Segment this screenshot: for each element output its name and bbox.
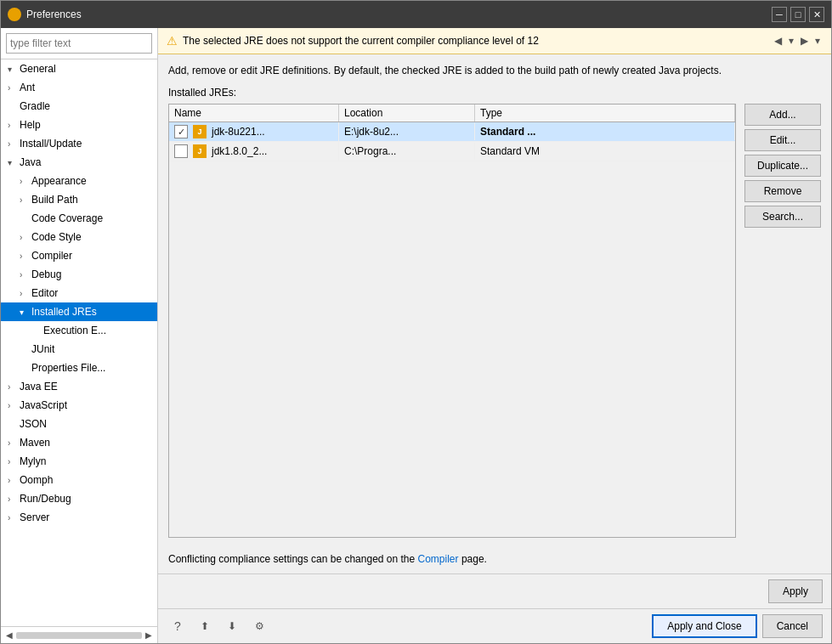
jre-icon-0 [193,125,207,138]
bottom-bar: Apply ? ⬆ ⬇ ⚙ Apply and Close Cancel [158,573,831,643]
cancel-button[interactable]: Cancel [762,614,823,638]
apply-and-close-button[interactable]: Apply and Close [652,614,756,638]
sidebar-item-install-update[interactable]: ›Install/Update [1,134,157,153]
sidebar-label-json: JSON [20,418,47,430]
sidebar-item-execution-env[interactable]: Execution E... [1,321,157,340]
sidebar-item-appearance[interactable]: ›Appearance [1,172,157,190]
expand-icon-build-path: › [20,195,28,205]
sidebar-item-installed-jres[interactable]: ▾Installed JREs [1,302,157,321]
sidebar-item-general[interactable]: ▾General [1,59,157,78]
sidebar-label-mylyn: Mylyn [20,455,46,467]
close-button[interactable]: ✕ [809,7,824,22]
sidebar-label-general: General [20,63,56,75]
maximize-button[interactable]: □ [790,7,806,22]
jre-checkbox-1[interactable] [174,144,188,158]
help-button[interactable]: ? [167,615,189,637]
sidebar-item-javascript[interactable]: ›JavaScript [1,396,157,415]
sidebar-item-junit[interactable]: JUnit [1,340,157,359]
jre-checkbox-0[interactable] [174,125,188,138]
minimize-button[interactable]: ─ [772,7,787,22]
table-with-buttons: Name Location Type jdk-8u221...E:\jdk-8u… [168,104,821,538]
sidebar-item-help[interactable]: ›Help [1,116,157,134]
action-btn-remove[interactable]: Remove [744,180,821,202]
apply-button[interactable]: Apply [768,579,823,603]
jre-name-text-1: jdk1.8.0_2... [212,145,267,157]
expand-icon-debug: › [20,270,28,280]
sidebar-item-debug[interactable]: ›Debug [1,265,157,284]
table-header: Name Location Type [169,105,735,122]
nav-dropdown-button[interactable]: ▾ [786,33,796,48]
window-controls: ─ □ ✕ [772,7,824,22]
right-panel: ⚠ The selected JRE does not support the … [158,28,831,643]
sidebar-label-compiler: Compiler [31,250,72,262]
sidebar-item-editor[interactable]: ›Editor [1,284,157,302]
sidebar-item-build-path[interactable]: ›Build Path [1,190,157,209]
sidebar-scrollbar: ◀ ▶ [1,626,157,643]
section-label: Installed JREs: [168,87,821,99]
sidebar-item-code-style[interactable]: ›Code Style [1,228,157,246]
col-header-name: Name [169,105,339,121]
sidebar-label-ant: Ant [20,82,35,93]
expand-icon-java: ▾ [8,158,16,167]
expand-icon-maven: › [8,438,16,448]
sidebar-item-compiler[interactable]: ›Compiler [1,246,157,265]
sidebar-item-oomph[interactable]: ›Oomph [1,471,157,489]
sidebar: ▾General›AntGradle›Help›Install/Update▾J… [1,28,158,643]
expand-icon-mylyn: › [8,457,16,466]
warning-bar: ⚠ The selected JRE does not support the … [158,28,831,54]
sidebar-label-code-style: Code Style [31,231,82,243]
action-btn-duplicate---[interactable]: Duplicate... [744,155,821,177]
description-text: Add, remove or edit JRE definitions. By … [168,63,821,78]
bottom-buttons-row: ? ⬆ ⬇ ⚙ Apply and Close Cancel [158,609,831,643]
jre-name-text-0: jdk-8u221... [212,126,265,138]
scroll-right-icon[interactable]: ▶ [144,629,154,641]
nav-forward-dropdown-button[interactable]: ▾ [812,33,823,48]
scroll-thumb [16,632,142,639]
sidebar-item-json[interactable]: JSON [1,415,157,433]
expand-icon-run-debug: › [8,494,16,504]
sidebar-item-mylyn[interactable]: ›Mylyn [1,452,157,471]
preferences-dialog: Preferences ─ □ ✕ ▾General›AntGradle›Hel… [0,0,832,644]
scroll-left-icon[interactable]: ◀ [4,629,14,641]
sidebar-item-ant[interactable]: ›Ant [1,78,157,97]
nav-back-button[interactable]: ◀ [772,33,784,48]
sidebar-item-java[interactable]: ▾Java [1,153,157,172]
table-body: jdk-8u221...E:\jdk-8u2...Standard ...jdk… [169,122,735,537]
sidebar-item-java-ee[interactable]: ›Java EE [1,377,157,396]
main-content: ▾General›AntGradle›Help›Install/Update▾J… [1,28,831,643]
sidebar-item-server[interactable]: ›Server [1,508,157,527]
filter-box [1,28,157,59]
compiler-link[interactable]: Compiler [418,553,459,565]
expand-icon-java-ee: › [8,382,16,392]
jre-type-1: Standard VM [475,143,735,160]
filter-input[interactable] [6,33,152,54]
sidebar-item-properties-file[interactable]: Properties File... [1,359,157,377]
sidebar-item-run-debug[interactable]: ›Run/Debug [1,489,157,508]
jre-location-0: E:\jdk-8u2... [339,123,475,140]
action-btn-search---[interactable]: Search... [744,206,821,228]
expand-icon-appearance: › [20,177,28,186]
sidebar-label-installed-jres: Installed JREs [31,306,97,318]
export-button[interactable]: ⬆ [194,615,216,637]
sidebar-item-maven[interactable]: ›Maven [1,433,157,452]
action-btn-edit---[interactable]: Edit... [744,129,821,151]
sidebar-label-gradle: Gradle [20,100,50,112]
dialog-title: Preferences [26,8,772,20]
preferences-button[interactable]: ⚙ [248,615,270,637]
action-btn-add---[interactable]: Add... [744,104,821,126]
col-header-type: Type [475,105,735,121]
sidebar-label-java: Java [20,156,41,168]
jre-row-1[interactable]: jdk1.8.0_2...C:\Progra...Standard VM [169,142,735,161]
sidebar-item-gradle[interactable]: Gradle [1,97,157,116]
sidebar-label-oomph: Oomph [20,474,53,486]
import-button[interactable]: ⬇ [221,615,243,637]
nav-forward-button[interactable]: ▶ [798,33,811,48]
sidebar-label-build-path: Build Path [31,194,78,206]
title-bar: Preferences ─ □ ✕ [1,1,831,28]
eclipse-icon [8,8,21,21]
warning-message: The selected JRE does not support the cu… [183,35,767,47]
expand-icon-general: ▾ [8,65,16,74]
sidebar-item-code-coverage[interactable]: Code Coverage [1,209,157,228]
jre-row-0[interactable]: jdk-8u221...E:\jdk-8u2...Standard ... [169,122,735,142]
expand-icon-code-style: › [20,233,28,242]
